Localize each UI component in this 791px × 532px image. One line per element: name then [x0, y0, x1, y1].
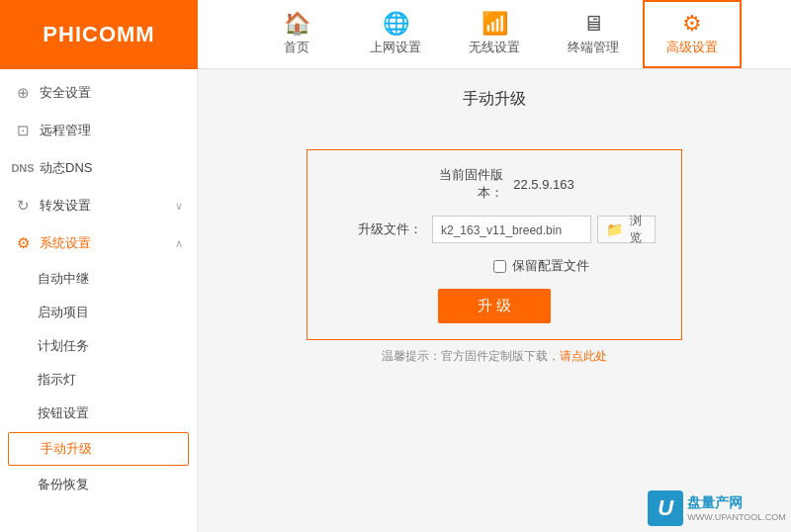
preserve-config-label: 保留配置文件: [512, 257, 589, 275]
nav-internet[interactable]: 🌐 上网设置: [346, 0, 445, 68]
main-content: 手动升级 当前固件版本： 22.5.9.163 升级文件： k2_163_v11…: [198, 69, 791, 532]
logo: PHICOMM: [0, 0, 198, 69]
nav: 🏠 首页 🌐 上网设置 📶 无线设置 🖥 终端管理 ⚙ 高级设置: [198, 0, 791, 68]
remote-icon: ⊡: [14, 122, 32, 139]
sidebar-sub-upgrade-label: 手动升级: [19, 440, 92, 458]
watermark-u-icon: U: [648, 490, 683, 526]
home-icon: 🏠: [284, 13, 310, 35]
sidebar-sub-indicator[interactable]: 指示灯: [0, 363, 197, 397]
sidebar-sub-startup[interactable]: 启动项目: [0, 296, 197, 329]
preserve-config-row: 保留配置文件: [493, 257, 589, 275]
sidebar-sub-buttons-label: 按钮设置: [38, 405, 89, 420]
upgrade-button[interactable]: 升 级: [438, 289, 551, 323]
chevron-down-icon: ∨: [175, 200, 183, 213]
gear-icon: ⚙: [14, 234, 32, 252]
sidebar-remote-label: 远程管理: [40, 122, 91, 139]
nav-terminal-label: 终端管理: [568, 39, 619, 56]
nav-home-label: 首页: [284, 39, 309, 56]
page-title: 手动升级: [463, 89, 526, 110]
sidebar-ddns-label: 动态DNS: [40, 159, 92, 177]
firmware-row: 当前固件版本： 22.5.9.163: [414, 166, 573, 202]
sidebar-sub-indicator-label: 指示灯: [38, 372, 76, 387]
sidebar-sub-backup[interactable]: 备份恢复: [0, 468, 197, 501]
advanced-icon: ⚙: [682, 13, 702, 35]
sidebar-sub-backup-label: 备份恢复: [38, 477, 89, 491]
browse-label: 浏览: [626, 213, 647, 246]
hint-text: 温馨提示：官方固件定制版下载，请点此处: [382, 348, 607, 365]
nav-home[interactable]: 🏠 首页: [247, 0, 346, 68]
firmware-label: 当前固件版本：: [414, 166, 503, 202]
sidebar-item-security[interactable]: ⊕ 安全设置: [0, 74, 197, 112]
watermark-main: 盘量产网: [687, 494, 786, 512]
folder-icon: 📁: [606, 222, 623, 237]
sidebar-item-remote[interactable]: ⊡ 远程管理: [0, 112, 197, 149]
nav-advanced[interactable]: ⚙ 高级设置: [643, 0, 742, 68]
watermark-sub: WWW.UPANTOOL.COM: [687, 512, 786, 522]
sidebar-security-label: 安全设置: [40, 84, 91, 102]
nav-internet-label: 上网设置: [370, 39, 421, 56]
shield-icon: ⊕: [14, 84, 32, 102]
preserve-config-checkbox[interactable]: [493, 260, 506, 273]
sidebar-sub-auto-relay-label: 自动中继: [38, 271, 89, 286]
file-input-group: k2_163_v11_breed.bin 📁 浏览: [432, 216, 656, 243]
sidebar-sub-startup-label: 启动项目: [38, 305, 89, 319]
body-area: ⊕ 安全设置 ⊡ 远程管理 DNS 动态DNS ↻ 转发设置 ∨ ⚙ 系统设置 …: [0, 69, 791, 532]
dns-icon: DNS: [14, 159, 32, 177]
firmware-version: 22.5.9.163: [513, 177, 573, 192]
watermark: U 盘量产网 WWW.UPANTOOL.COM: [643, 468, 791, 532]
upgrade-file-row: 升级文件： k2_163_v11_breed.bin 📁 浏览: [333, 216, 656, 243]
forward-icon: ↻: [14, 197, 32, 215]
sidebar-item-system[interactable]: ⚙ 系统设置 ∧: [0, 224, 197, 262]
watermark-text-group: 盘量产网 WWW.UPANTOOL.COM: [687, 494, 786, 522]
sidebar-sub-upgrade[interactable]: 手动升级: [8, 432, 189, 466]
file-input-display: k2_163_v11_breed.bin: [432, 216, 591, 243]
sidebar-sub-scheduled-label: 计划任务: [38, 338, 89, 353]
sidebar-sub-buttons[interactable]: 按钮设置: [0, 397, 197, 430]
browse-button[interactable]: 📁 浏览: [597, 216, 656, 243]
terminal-icon: 🖥: [582, 13, 604, 35]
sidebar-item-forward[interactable]: ↻ 转发设置 ∨: [0, 187, 197, 224]
nav-advanced-label: 高级设置: [666, 39, 718, 56]
upgrade-box: 当前固件版本： 22.5.9.163 升级文件： k2_163_v11_bree…: [307, 149, 682, 340]
wireless-icon: 📶: [482, 13, 508, 35]
sidebar-forward-label: 转发设置: [40, 197, 91, 215]
sidebar-item-ddns[interactable]: DNS 动态DNS: [0, 149, 197, 187]
upgrade-file-label: 升级文件：: [333, 221, 422, 238]
chevron-up-icon: ∧: [175, 237, 183, 250]
header: PHICOMM 🏠 首页 🌐 上网设置 📶 无线设置 🖥 终端管理 ⚙ 高级设置: [0, 0, 791, 69]
internet-icon: 🌐: [383, 13, 409, 35]
hint-text-content: 温馨提示：官方固件定制版下载，: [382, 349, 560, 363]
watermark-logo: U 盘量产网 WWW.UPANTOOL.COM: [648, 490, 786, 526]
hint-link[interactable]: 请点此处: [560, 349, 607, 363]
sidebar-sub-scheduled[interactable]: 计划任务: [0, 329, 197, 363]
nav-terminal[interactable]: 🖥 终端管理: [544, 0, 643, 68]
nav-wireless[interactable]: 📶 无线设置: [445, 0, 544, 68]
nav-wireless-label: 无线设置: [469, 39, 520, 56]
sidebar-system-label: 系统设置: [40, 234, 91, 252]
sidebar: ⊕ 安全设置 ⊡ 远程管理 DNS 动态DNS ↻ 转发设置 ∨ ⚙ 系统设置 …: [0, 69, 198, 532]
sidebar-sub-auto-relay[interactable]: 自动中继: [0, 262, 197, 296]
